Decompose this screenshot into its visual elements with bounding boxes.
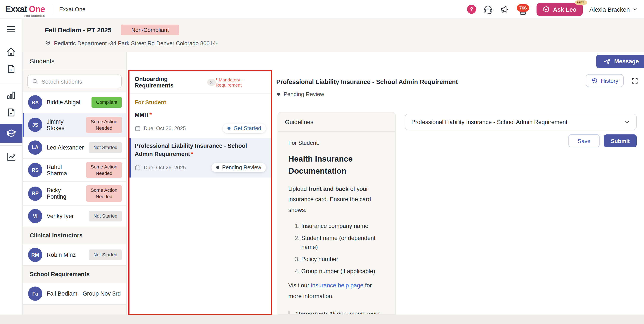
- instructor-row[interactable]: RM Robin Minz Not Started: [23, 244, 126, 266]
- requirement-status-pill[interactable]: Pending Review: [211, 163, 266, 172]
- status-dot: [216, 166, 219, 169]
- chevron-down-icon: [624, 119, 630, 125]
- nav-analytics-icon[interactable]: [0, 148, 22, 165]
- guidelines-visit-note: Visit our insurance help page for more i…: [288, 281, 384, 302]
- students-list: BA Biddle Abigal Compliant JS Jimmy Stok…: [23, 92, 126, 315]
- announcements-megaphone-icon[interactable]: [500, 4, 510, 14]
- logo-text-accent: One: [29, 4, 45, 14]
- mandatory-asterisk: *: [191, 151, 193, 157]
- requirement-select-dropdown[interactable]: Professional Liability Insurance - Schoo…: [405, 114, 637, 130]
- help-icon[interactable]: ?: [467, 5, 476, 14]
- guidelines-card: Guidelines For Student: Health Insurance…: [278, 112, 396, 315]
- student-row[interactable]: VI Venky Iyer Not Started: [23, 205, 126, 227]
- avatar: RP: [28, 186, 42, 200]
- status-badge: Not Started: [89, 249, 122, 260]
- menu-hamburger-icon[interactable]: [0, 21, 22, 38]
- status-badge: Some Action Needed: [86, 162, 122, 178]
- app-name: Exxat One: [59, 6, 86, 12]
- avatar: LA: [28, 140, 42, 155]
- school-requirements-section-header: School Requirements: [23, 266, 126, 283]
- logo-subtext: FOR SCHOOLS: [24, 15, 45, 17]
- mandatory-asterisk: *: [150, 112, 152, 118]
- status-badge: Some Action Needed: [86, 185, 122, 202]
- clinical-instructors-section-header: Clinical Instructors: [23, 227, 126, 244]
- avatar: Fa: [28, 287, 42, 301]
- chevron-down-icon: [632, 6, 638, 12]
- ask-leo-label: Ask Leo: [553, 6, 576, 13]
- requirement-detail-status: Pending Review: [277, 91, 324, 97]
- leo-logo-icon: [542, 5, 550, 13]
- support-headset-icon[interactable]: [483, 4, 493, 14]
- nav-home-icon[interactable]: [0, 43, 22, 60]
- location-pin-icon: [45, 40, 51, 46]
- cohort-title: Fall Bedlam - PT 2025: [45, 26, 111, 34]
- nav-reports-icon[interactable]: [0, 87, 22, 104]
- history-icon: [591, 77, 598, 84]
- fullscreen-expand-icon[interactable]: [631, 77, 638, 84]
- logo-text-primary: Exxat: [5, 4, 27, 14]
- students-panel: Students BA Biddle Abigal Compliant JS J…: [23, 52, 126, 315]
- student-row-selected[interactable]: JS Jimmy Stokes Some Action Needed: [23, 113, 126, 137]
- notification-bulb-base: [520, 12, 526, 14]
- search-icon: [32, 78, 38, 85]
- student-row[interactable]: BA Biddle Abigal Compliant: [23, 92, 126, 113]
- status-badge: Compliant: [92, 97, 122, 108]
- mandatory-note: * Mandatory - Requirement: [216, 77, 267, 87]
- requirement-status-pill[interactable]: Get Started: [223, 124, 266, 133]
- cohort-sub-header: Fall Bedlam - PT 2025 Non-Compliant Pedi…: [0, 19, 644, 52]
- location-text: Pediatric Department -34 Park Street Rd …: [54, 40, 218, 46]
- guidelines-important-quote: “Important: All documents must: [288, 311, 384, 315]
- guidelines-list-item: Group number (if applicable): [301, 267, 384, 276]
- history-button[interactable]: History: [586, 74, 624, 87]
- nav-placements-icon[interactable]: a: [0, 60, 22, 78]
- guidelines-title: Guidelines: [278, 113, 396, 132]
- school-requirement-row[interactable]: Fa Fall Bedlam - Group Nov 3rd: [23, 283, 126, 305]
- left-nav-rail: a: [0, 19, 22, 315]
- rail-divider: [0, 84, 22, 84]
- due-date: Due: Oct 26, 2025: [144, 164, 186, 170]
- student-search[interactable]: [27, 75, 122, 88]
- calendar-icon: [135, 125, 141, 131]
- guidelines-list: Insurance company name Student name (or …: [301, 222, 384, 276]
- status-dot: [228, 127, 230, 130]
- submit-button[interactable]: Submit: [604, 135, 637, 147]
- guidelines-list-item: Policy number: [301, 255, 384, 264]
- student-row[interactable]: RS Rahul Sharma Some Action Needed: [23, 158, 126, 182]
- nav-education-icon-active[interactable]: [0, 124, 22, 143]
- requirement-group-label: For Student: [130, 94, 271, 107]
- message-button[interactable]: Message: [596, 55, 644, 68]
- notifications-icon[interactable]: 766: [517, 4, 530, 14]
- onboarding-count-badge: 2: [207, 79, 216, 86]
- nav-documents-icon[interactable]: [0, 104, 22, 121]
- ask-leo-button[interactable]: Ask Leo BETA: [536, 3, 582, 16]
- main-top-strip: Message: [127, 52, 644, 71]
- avatar: RM: [28, 248, 42, 262]
- status-dot: [277, 93, 280, 96]
- onboarding-title: Onboarding Requirements: [135, 76, 204, 89]
- send-icon: [604, 58, 611, 65]
- avatar: JS: [28, 118, 42, 132]
- search-input[interactable]: [42, 78, 117, 85]
- ask-leo-beta-tag: BETA: [575, 0, 587, 4]
- guidelines-intro: Upload front and back of your insurance …: [288, 184, 384, 216]
- insurance-help-page-link[interactable]: insurance help page: [311, 282, 364, 289]
- status-badge: Not Started: [89, 142, 122, 153]
- avatar: RS: [28, 163, 42, 177]
- student-row[interactable]: RP Ricky Ponting Some Action Needed: [23, 182, 126, 205]
- guidelines-list-item: Student name (or dependent name): [301, 234, 384, 252]
- students-panel-title: Students: [23, 52, 126, 70]
- save-button[interactable]: Save: [569, 135, 600, 147]
- onboarding-requirements-card: Onboarding Requirements 2 * Mandatory - …: [128, 70, 272, 315]
- guidelines-for-label: For Student:: [288, 140, 384, 146]
- app-root: Exxat One FOR SCHOOLS Exxat One ?: [0, 0, 644, 324]
- status-badge: Some Action Needed: [86, 117, 122, 133]
- rail-divider: [0, 145, 22, 146]
- svg-text:a: a: [10, 68, 12, 72]
- student-row[interactable]: LA Leo Alexander Not Started: [23, 137, 126, 158]
- requirement-item[interactable]: MMR* Due: Oct 26, 2025 Get Started: [130, 107, 271, 138]
- exxat-logo: Exxat One FOR SCHOOLS: [5, 4, 45, 14]
- top-bar: Exxat One FOR SCHOOLS Exxat One ?: [0, 0, 644, 19]
- user-menu[interactable]: Alexia Bracken: [590, 6, 638, 13]
- due-date: Due: Oct 26, 2025: [144, 125, 186, 131]
- requirement-item-selected[interactable]: Professional Liability Insurance - Schoo…: [130, 138, 271, 177]
